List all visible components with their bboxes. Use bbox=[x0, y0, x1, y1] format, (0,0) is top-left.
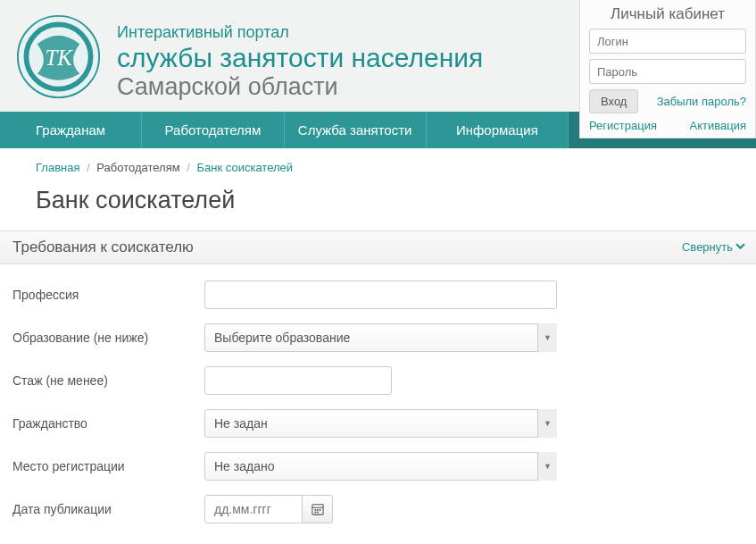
nav-info[interactable]: Информация bbox=[427, 112, 569, 148]
svg-rect-9 bbox=[317, 512, 319, 514]
page-title: Банк соискателей bbox=[0, 183, 756, 230]
chevron-down-icon bbox=[735, 240, 745, 254]
breadcrumb-employers: Работодателям bbox=[96, 161, 179, 174]
input-experience[interactable] bbox=[204, 366, 392, 395]
calendar-icon bbox=[312, 503, 324, 515]
svg-rect-5 bbox=[314, 509, 316, 511]
svg-rect-8 bbox=[314, 512, 316, 514]
breadcrumb-home[interactable]: Главная bbox=[36, 161, 79, 174]
header: ТК Интерактивный портал службы занятости… bbox=[0, 0, 756, 112]
panel-requirements-head: Требования к соискателю Свернуть bbox=[0, 230, 756, 264]
register-link[interactable]: Регистрация bbox=[589, 119, 657, 132]
label-registration: Место регистрации bbox=[12, 459, 204, 473]
login-title: Личный кабинет bbox=[589, 5, 746, 23]
nav-citizens[interactable]: Гражданам bbox=[0, 112, 142, 148]
nav-service[interactable]: Служба занятости bbox=[285, 112, 427, 148]
calendar-button[interactable] bbox=[303, 495, 333, 523]
input-profession[interactable] bbox=[204, 280, 557, 309]
breadcrumb-sep: / bbox=[187, 161, 190, 174]
password-input[interactable] bbox=[589, 59, 746, 84]
svg-rect-6 bbox=[317, 509, 319, 511]
label-publish-date: Дата публикации bbox=[12, 502, 204, 516]
breadcrumb-sep: / bbox=[87, 161, 90, 174]
select-registration[interactable]: Не задано bbox=[204, 452, 557, 481]
label-profession: Профессия bbox=[12, 288, 204, 302]
breadcrumb: Главная / Работодателям / Банк соискател… bbox=[0, 148, 756, 183]
nav-employers[interactable]: Работодателям bbox=[142, 112, 284, 148]
select-citizenship[interactable]: Не задан bbox=[204, 409, 557, 438]
login-button[interactable]: Вход bbox=[589, 89, 638, 113]
label-experience: Стаж (не менее) bbox=[12, 373, 204, 388]
svg-text:ТК: ТК bbox=[45, 46, 73, 70]
header-line2: службы занятости населения bbox=[117, 43, 483, 72]
requirements-form: Профессия Образование (не ниже) Выберите… bbox=[0, 264, 756, 544]
breadcrumb-current[interactable]: Банк соискателей bbox=[197, 161, 293, 174]
input-publish-date[interactable] bbox=[204, 495, 303, 523]
forgot-password-link[interactable]: Забыли пароль? bbox=[657, 95, 746, 108]
panel-requirements-title: Требования к соискателю bbox=[12, 239, 194, 256]
label-citizenship: Гражданство bbox=[12, 416, 204, 431]
login-input[interactable] bbox=[589, 29, 746, 54]
login-box: Личный кабинет Вход Забыли пароль? Регис… bbox=[579, 0, 756, 138]
collapse-label: Свернуть bbox=[682, 240, 733, 254]
label-education: Образование (не ниже) bbox=[12, 331, 204, 345]
site-logo: ТК bbox=[16, 14, 101, 99]
header-line3: Самарской области bbox=[117, 72, 483, 101]
collapse-toggle[interactable]: Свернуть bbox=[682, 240, 745, 254]
select-education[interactable]: Выберите образование bbox=[204, 323, 557, 352]
header-line1: Интерактивный портал bbox=[117, 23, 483, 43]
svg-rect-7 bbox=[319, 509, 320, 511]
activate-link[interactable]: Активация bbox=[690, 119, 746, 132]
